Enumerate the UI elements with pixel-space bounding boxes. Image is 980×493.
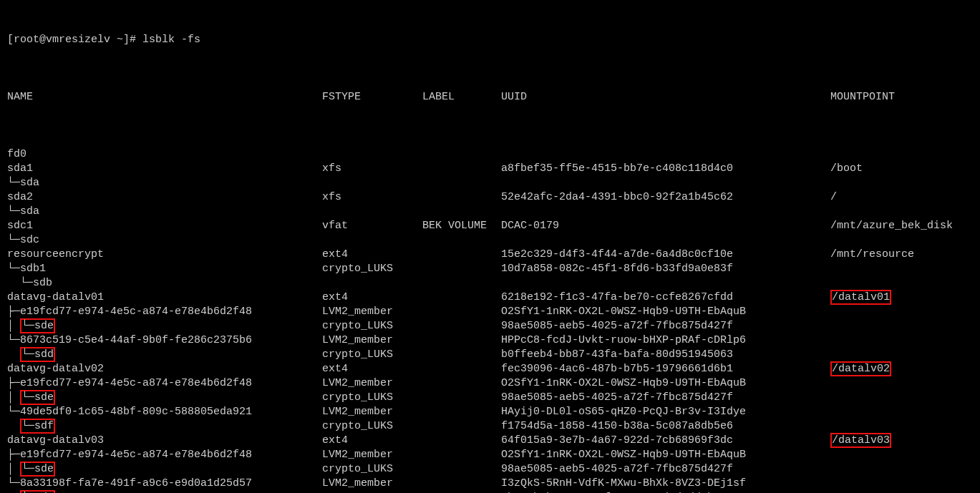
fstype: crypto_LUKS	[322, 348, 422, 362]
device-name: ├─e19fcd77-e974-4e5c-a874-e78e4b6d2f48	[7, 376, 322, 391]
fstype: vfat	[322, 219, 422, 233]
mountpoint	[830, 319, 973, 333]
device-name-highlighted: └─sdg	[20, 490, 55, 493]
device-name: sda1	[7, 162, 322, 176]
label	[422, 419, 501, 434]
label	[422, 477, 501, 491]
lsblk-row: └─8673c519-c5e4-44af-9b0f-fe286c2375b6LV…	[7, 333, 973, 348]
device-name: └─sda	[7, 176, 322, 190]
device-name: datavg-datalv02	[7, 362, 322, 376]
lsblk-row: └─sdc	[7, 233, 973, 248]
mountpoint	[830, 205, 973, 219]
fstype: crypto_LUKS	[322, 391, 422, 405]
fstype: LVM2_member	[322, 305, 422, 319]
device-name: └─sda	[7, 205, 322, 219]
label	[422, 405, 501, 419]
uuid: HPPcC8-fcdJ-Uvkt-ruow-bHXP-pRAf-cDRlp6	[501, 333, 830, 348]
mountpoint	[830, 477, 973, 491]
device-name: └─sdb1	[7, 262, 322, 276]
lsblk-row: ├─e19fcd77-e974-4e5c-a874-e78e4b6d2f48LV…	[7, 376, 973, 391]
device-name: resourceencrypt	[7, 248, 322, 262]
device-name-highlighted: └─sde	[20, 390, 55, 405]
device-name: │ └─sde	[7, 391, 322, 405]
label	[422, 434, 501, 448]
fstype: crypto_LUKS	[322, 462, 422, 477]
uuid: 6218e192-f1c3-47fa-be70-ccfe8267cfdd	[501, 291, 830, 305]
device-name: │ └─sde	[7, 319, 322, 333]
lsblk-row: └─sdfcrypto_LUKSf1754d5a-1858-4150-b38a-…	[7, 419, 973, 434]
uuid: 98ae5085-aeb5-4025-a72f-7fbc875d427f	[501, 319, 830, 333]
uuid: 98ae5085-aeb5-4025-a72f-7fbc875d427f	[501, 391, 830, 405]
lsblk-row: ├─e19fcd77-e974-4e5c-a874-e78e4b6d2f48LV…	[7, 448, 973, 462]
mountpoint: /mnt/resource	[830, 248, 973, 262]
label	[422, 276, 501, 291]
device-name-highlighted: └─sdd	[20, 347, 55, 362]
label	[422, 205, 501, 219]
label	[422, 448, 501, 462]
device-name: └─49de5df0-1c65-48bf-809c-588805eda921	[7, 405, 322, 419]
device-name-highlighted: └─sde	[20, 318, 55, 333]
lsblk-row: datavg-datalv01ext46218e192-f1c3-47fa-be…	[7, 291, 973, 305]
mountpoint	[830, 233, 973, 248]
uuid: f1754d5a-1858-4150-b38a-5c087a8db5e6	[501, 419, 830, 434]
device-name: datavg-datalv03	[7, 434, 322, 448]
header-fstype: FSTYPE	[322, 90, 422, 104]
label	[422, 291, 501, 305]
device-name: fd0	[7, 147, 322, 162]
label	[422, 391, 501, 405]
fstype: crypto_LUKS	[322, 262, 422, 276]
header-uuid: UUID	[501, 90, 830, 104]
device-name: datavg-datalv01	[7, 291, 322, 305]
fstype: LVM2_member	[322, 448, 422, 462]
label	[422, 333, 501, 348]
uuid: 15e2c329-d4f3-4f44-a7de-6a4d8c0cf10e	[501, 248, 830, 262]
header-label: LABEL	[422, 90, 501, 104]
lsblk-row: │ └─sdecrypto_LUKS98ae5085-aeb5-4025-a72…	[7, 462, 973, 477]
uuid	[501, 176, 830, 190]
uuid: O2SfY1-1nRK-OX2L-0WSZ-Hqb9-U9TH-EbAquB	[501, 305, 830, 319]
mountpoint	[830, 419, 973, 434]
lsblk-row: └─sddcrypto_LUKSb0ffeeb4-bb87-43fa-bafa-…	[7, 348, 973, 362]
uuid: HAyij0-DL0l-oS65-qHZ0-PcQJ-Br3v-I3Idye	[501, 405, 830, 419]
uuid: DCAC-0179	[501, 219, 830, 233]
lsblk-row: │ └─sdecrypto_LUKS98ae5085-aeb5-4025-a72…	[7, 391, 973, 405]
mountpoint-highlighted: /datalv03	[830, 433, 891, 448]
device-name: ├─e19fcd77-e974-4e5c-a874-e78e4b6d2f48	[7, 448, 322, 462]
uuid: O2SfY1-1nRK-OX2L-0WSZ-Hqb9-U9TH-EbAquB	[501, 376, 830, 391]
lsblk-row: fd0	[7, 147, 973, 162]
lsblk-row: └─49de5df0-1c65-48bf-809c-588805eda921LV…	[7, 405, 973, 419]
mountpoint: /datalv01	[830, 291, 973, 305]
mountpoint-highlighted: /datalv01	[830, 290, 891, 305]
lsblk-row: └─sdb1crypto_LUKS10d7a858-082c-45f1-8fd6…	[7, 262, 973, 276]
mountpoint-highlighted: /datalv02	[830, 361, 891, 376]
command-text: lsblk -fs	[142, 34, 200, 46]
uuid: I3zQkS-5RnH-VdfK-MXwu-BhXk-8VZ3-DEj1sf	[501, 477, 830, 491]
mountpoint: /datalv02	[830, 362, 973, 376]
uuid: 98ae5085-aeb5-4025-a72f-7fbc875d427f	[501, 462, 830, 477]
device-name: sda2	[7, 190, 322, 205]
uuid: 10d7a858-082c-45f1-8fd6-b33fd9a0e83f	[501, 262, 830, 276]
device-name: └─8a33198f-fa7e-491f-a9c6-e9d0a1d25d57	[7, 477, 322, 491]
fstype	[322, 205, 422, 219]
device-name: └─sdb	[7, 276, 322, 291]
label	[422, 190, 501, 205]
terminal-window[interactable]: [root@vmresizelv ~]# lsblk -fs NAME FSTY…	[0, 0, 980, 493]
lsblk-row: sdc1vfatBEK VOLUMEDCAC-0179/mnt/azure_be…	[7, 219, 973, 233]
device-name: ├─e19fcd77-e974-4e5c-a874-e78e4b6d2f48	[7, 305, 322, 319]
mountpoint	[830, 333, 973, 348]
fstype	[322, 233, 422, 248]
label	[422, 147, 501, 162]
device-name: └─sdd	[7, 348, 322, 362]
label	[422, 248, 501, 262]
lsblk-row: sda2xfs52e42afc-2da4-4391-bbc0-92f2a1b45…	[7, 190, 973, 205]
uuid: a8fbef35-ff5e-4515-bb7e-c408c118d4c0	[501, 162, 830, 176]
lsblk-row: └─8a33198f-fa7e-491f-a9c6-e9d0a1d25d57LV…	[7, 477, 973, 491]
mountpoint	[830, 348, 973, 362]
lsblk-row: datavg-datalv02ext4fec39096-4ac6-487b-b7…	[7, 362, 973, 376]
shell-prompt: [root@vmresizelv ~]#	[7, 34, 142, 46]
fstype: LVM2_member	[322, 376, 422, 391]
column-headers: NAME FSTYPE LABEL UUID MOUNTPOINT	[7, 90, 973, 104]
lsblk-row: └─sda	[7, 176, 973, 190]
uuid	[501, 147, 830, 162]
uuid: b0ffeeb4-bb87-43fa-bafa-80d951945063	[501, 348, 830, 362]
